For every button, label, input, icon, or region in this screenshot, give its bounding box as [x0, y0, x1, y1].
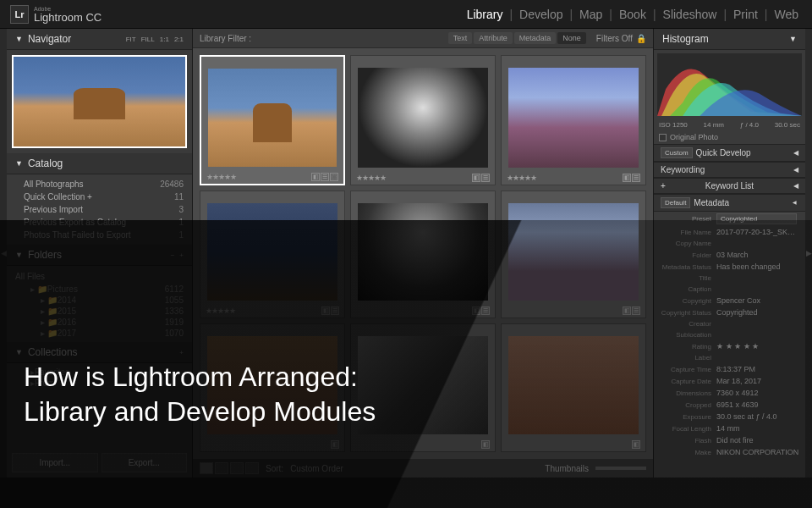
meta-ctime[interactable]: 8:13:37 PM: [716, 365, 800, 373]
meta-cstatus[interactable]: Copyrighted: [716, 308, 800, 317]
folder-item[interactable]: ▸ 📁 20141055: [7, 295, 192, 306]
module-web[interactable]: Web: [771, 8, 802, 21]
meta-exposure: 30.0 sec at ƒ / 4.0: [716, 412, 800, 421]
folders-header[interactable]: ▼ Folders −+: [7, 245, 192, 266]
catalog-item[interactable]: Previous Import3: [7, 203, 192, 216]
thumbnail[interactable]: ◧☰: [350, 190, 496, 319]
meta-filename[interactable]: 2017-077-20-13-_SKY7485.NEF: [716, 228, 800, 236]
folder-minus-icon[interactable]: −: [171, 251, 175, 259]
import-button[interactable]: Import...: [12, 453, 98, 472]
module-develop[interactable]: Develop: [516, 8, 566, 21]
quick-develop-header[interactable]: Custom Quick Develop◀: [654, 144, 805, 162]
library-filter-bar: Library Filter : Text Attribute Metadata…: [193, 29, 653, 48]
folder-plus-icon[interactable]: +: [179, 251, 184, 259]
thumbnail[interactable]: ★★★★★◧☰: [501, 55, 646, 185]
compare-view-icon[interactable]: [230, 462, 244, 474]
histo-focal: 14 mm: [704, 121, 724, 129]
histogram-title: Histogram: [662, 33, 709, 45]
loupe-view-icon[interactable]: [215, 462, 228, 474]
meta-cropped: 6951 x 4639: [716, 400, 800, 409]
navigator-header[interactable]: ▼ Navigator FIT FILL 1:1 2:1: [7, 29, 192, 50]
folder-item[interactable]: ▸ 📁 20161919: [7, 317, 192, 328]
badge-icon: ◧: [623, 174, 631, 182]
collection-item[interactable]: ▸ Favorites: [7, 367, 192, 378]
nav-fit[interactable]: FIT: [126, 36, 136, 43]
catalog-item[interactable]: All Photographs26486: [7, 178, 192, 190]
folder-item[interactable]: ▸ 📁 20171070: [7, 328, 192, 339]
nav-1-1[interactable]: 1:1: [160, 36, 169, 43]
export-button[interactable]: Export...: [102, 453, 188, 472]
filter-text[interactable]: Text: [448, 32, 473, 44]
preset-dropdown[interactable]: Copyrighted: [716, 213, 797, 224]
histo-iso: ISO 1250: [659, 121, 688, 129]
filter-lock-icon[interactable]: 🔒: [636, 34, 646, 43]
disclosure-icon: ▼: [15, 251, 23, 259]
grid-toolbar: Sort: Custom Order Thumbnails: [193, 459, 653, 478]
module-picker: Library| Develop| Map| Book| Slideshow| …: [464, 8, 802, 21]
navigator-preview[interactable]: [12, 55, 187, 148]
thumbnail[interactable]: ★★★★★◧☰: [200, 190, 345, 319]
histogram-display[interactable]: [657, 53, 802, 116]
thumbnails-label: Thumbnails: [545, 464, 589, 473]
keyword-list-header[interactable]: +Keyword List◀: [654, 178, 805, 194]
module-slideshow[interactable]: Slideshow: [660, 8, 721, 21]
main-area: ◀ ▼ Navigator FIT FILL 1:1 2:1 ▼ Catalog…: [0, 29, 812, 478]
original-photo-toggle[interactable]: Original Photo: [654, 130, 805, 144]
nav-2-1[interactable]: 2:1: [174, 36, 184, 43]
module-book[interactable]: Book: [616, 8, 650, 21]
checkbox-icon[interactable]: [659, 134, 667, 141]
thumbnail[interactable]: ★★★★★◧☰⬚: [200, 55, 345, 185]
filters-off[interactable]: Filters Off: [596, 34, 633, 43]
badge-icon: ◧: [472, 306, 480, 315]
custom-dropdown[interactable]: Custom: [661, 147, 693, 158]
collections-header[interactable]: ▼ Collections +: [7, 342, 192, 363]
keywording-header[interactable]: Keywording◀: [654, 162, 805, 178]
thumbnail[interactable]: ◧☰: [501, 190, 646, 319]
folder-allfiles[interactable]: All Files: [7, 269, 192, 284]
meta-copyright[interactable]: Spencer Cox: [716, 296, 800, 305]
module-map[interactable]: Map: [576, 8, 606, 21]
disclosure-icon: ▼: [15, 348, 23, 356]
badge-icon: ☰: [632, 174, 640, 182]
folder-item[interactable]: ▸ 📁 20151336: [7, 306, 192, 317]
thumbnail[interactable]: ◧: [200, 323, 345, 452]
thumbnail[interactable]: ★★★★★◧☰: [350, 55, 496, 185]
histogram-header[interactable]: Histogram ▼: [654, 29, 805, 50]
catalog-item[interactable]: Quick Collection +11: [7, 190, 192, 203]
right-edge-toggle[interactable]: ▶: [805, 29, 812, 478]
meta-status[interactable]: Has been changed: [716, 262, 800, 271]
meta-flength: 14 mm: [716, 424, 800, 433]
module-print[interactable]: Print: [730, 8, 761, 21]
module-library[interactable]: Library: [464, 8, 507, 21]
filter-attribute[interactable]: Attribute: [474, 32, 513, 44]
collections-title: Collections: [28, 346, 78, 358]
survey-view-icon[interactable]: [245, 462, 259, 474]
filter-metadata[interactable]: Metadata: [514, 32, 557, 44]
disclosure-icon: ▼: [789, 35, 797, 43]
nav-fill[interactable]: FILL: [141, 36, 155, 43]
badge-icon: ☰: [321, 173, 329, 181]
thumbnail[interactable]: ◧: [350, 323, 496, 452]
left-edge-toggle[interactable]: ◀: [0, 29, 7, 478]
left-panel: ▼ Navigator FIT FILL 1:1 2:1 ▼ Catalog A…: [7, 29, 193, 478]
histo-aperture: ƒ / 4.0: [740, 121, 759, 129]
thumbnail-size-slider[interactable]: [595, 467, 646, 470]
collection-plus-icon[interactable]: +: [179, 349, 184, 356]
histogram-info: ISO 1250 14 mm ƒ / 4.0 30.0 sec: [654, 119, 805, 130]
grid-view-icon[interactable]: [200, 462, 213, 474]
meta-cdate[interactable]: Mar 18, 2017: [716, 377, 800, 385]
catalog-item[interactable]: Photos That Failed to Export1: [7, 229, 192, 241]
catalog-header[interactable]: ▼ Catalog: [7, 153, 192, 174]
meta-rating[interactable]: ★ ★ ★ ★ ★: [716, 342, 800, 351]
metadata-header[interactable]: Default Metadata▼: [654, 194, 805, 212]
folder-item[interactable]: ▸ 📁 Pictures6112: [7, 284, 192, 295]
filter-label: Library Filter :: [200, 34, 251, 43]
default-dropdown[interactable]: Default: [661, 197, 690, 208]
meta-flash: Did not fire: [716, 436, 800, 444]
meta-folder[interactable]: 03 March: [716, 251, 800, 259]
sort-order[interactable]: Custom Order: [290, 464, 343, 473]
thumbnail[interactable]: ◧: [501, 323, 646, 452]
collection-item[interactable]: ▸ From: [7, 378, 192, 389]
catalog-item[interactable]: Previous Export as Catalog1: [7, 216, 192, 229]
filter-none[interactable]: None: [557, 32, 586, 44]
